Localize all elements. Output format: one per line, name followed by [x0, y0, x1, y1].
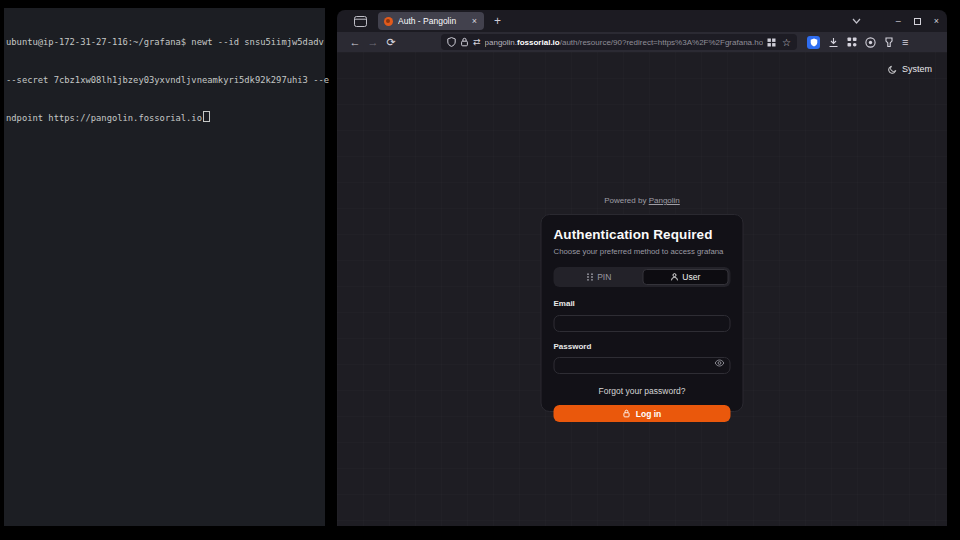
tab-title: Auth - Pangolin	[398, 16, 466, 26]
extensions-icon[interactable]	[847, 37, 857, 47]
powered-by: Powered by Pangolin	[541, 196, 744, 205]
tab-bar: Auth - Pangolin × + – ×	[337, 10, 947, 32]
user-icon	[670, 273, 678, 281]
theme-label: System	[902, 64, 932, 74]
terminal-line: --secret 7cbz1xw08lh1jbzey03yxvndljvneam…	[6, 74, 323, 87]
extension-toolbar: ≡	[807, 36, 908, 49]
card-title: Authentication Required	[554, 227, 731, 242]
firefox-view-icon[interactable]	[354, 16, 367, 27]
url-text: pangolin.fossorial.io/auth/resource/90?r…	[485, 38, 763, 47]
terminal-cursor	[203, 111, 210, 122]
back-icon[interactable]: ←	[346, 36, 364, 48]
page-content: System Powered by Pangolin Authenticatio…	[337, 52, 947, 526]
show-password-eye-icon[interactable]	[715, 359, 725, 367]
bookmark-star-icon[interactable]: ☆	[782, 37, 791, 48]
moon-icon	[888, 65, 897, 74]
terminal-line: ubuntu@ip-172-31-27-116:~/grafana$ newt …	[6, 36, 323, 49]
keypad-icon	[586, 273, 593, 281]
login-button[interactable]: Log in	[554, 405, 731, 422]
forgot-password-link[interactable]: Forgot your password?	[554, 386, 731, 396]
auth-method-tabs: PIN User	[554, 267, 731, 287]
adblock-extension-icon[interactable]	[865, 37, 876, 48]
tab-pin-label: PIN	[597, 272, 611, 282]
padlock-icon	[623, 409, 631, 418]
hamburger-menu-icon[interactable]: ≡	[902, 36, 908, 48]
url-bar[interactable]: ⇄ pangolin.fossorial.io/auth/resource/90…	[441, 34, 797, 50]
browser-window: Auth - Pangolin × + – × ← → ⟳	[337, 10, 947, 526]
new-tab-button[interactable]: +	[494, 14, 501, 28]
minimize-window-button[interactable]: –	[896, 16, 901, 26]
list-all-tabs-icon[interactable]	[852, 18, 861, 24]
password-field[interactable]	[554, 357, 731, 374]
login-button-label: Log in	[636, 409, 662, 419]
password-label: Password	[554, 342, 731, 351]
userscript-extension-icon[interactable]	[884, 37, 894, 48]
close-window-button[interactable]: ×	[934, 16, 939, 26]
pangolin-link[interactable]: Pangolin	[649, 196, 680, 205]
card-subtitle: Choose your preferred method to access g…	[554, 247, 731, 256]
close-tab-icon[interactable]: ×	[471, 16, 478, 26]
tab-user-label: User	[682, 272, 700, 282]
tab-pin[interactable]: PIN	[556, 269, 643, 285]
auth-card: Authentication Required Choose your pref…	[541, 214, 744, 412]
browser-tab-auth-pangolin[interactable]: Auth - Pangolin ×	[378, 12, 484, 30]
navigation-toolbar: ← → ⟳ ⇄ pangolin.fossorial.io/auth/resou…	[337, 32, 947, 52]
tracking-protection-shield-icon[interactable]	[447, 37, 456, 47]
pangolin-favicon-icon	[384, 17, 393, 26]
desktop: ubuntu@ip-172-31-27-116:~/grafana$ newt …	[0, 0, 960, 540]
tab-user[interactable]: User	[642, 269, 729, 285]
email-field[interactable]	[554, 315, 731, 332]
terminal-window[interactable]: ubuntu@ip-172-31-27-116:~/grafana$ newt …	[4, 8, 325, 526]
maximize-window-button[interactable]	[914, 18, 921, 25]
terminal-line: ndpoint https://pangolin.fossorial.io	[6, 111, 323, 125]
downloads-icon[interactable]	[828, 37, 839, 48]
lock-icon[interactable]	[460, 37, 469, 47]
reload-icon[interactable]: ⟳	[382, 36, 400, 49]
auth-section: Powered by Pangolin Authentication Requi…	[541, 196, 744, 412]
theme-toggle[interactable]: System	[888, 64, 932, 74]
bitwarden-extension-icon[interactable]	[807, 36, 820, 49]
tab-grid-icon[interactable]	[767, 38, 776, 47]
email-label: Email	[554, 299, 731, 308]
forward-icon[interactable]: →	[364, 36, 382, 48]
container-switch-icon[interactable]: ⇄	[473, 37, 481, 47]
